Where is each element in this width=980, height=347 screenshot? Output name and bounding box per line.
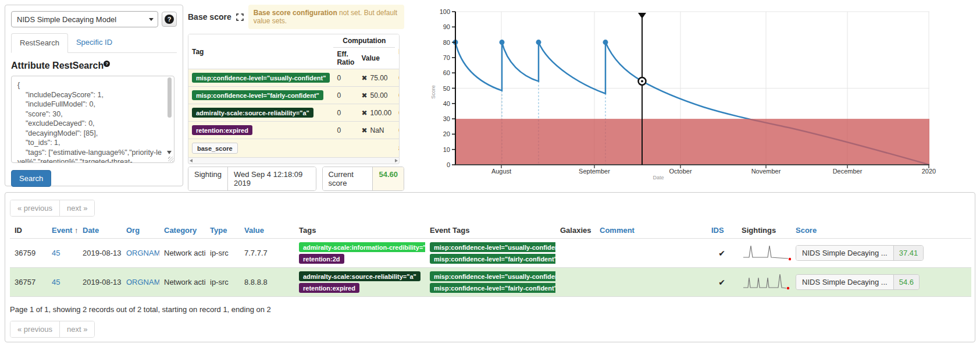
svg-text:100: 100 [440,8,450,15]
cursor-handle-icon [638,13,646,19]
tag-badge[interactable]: admiralty-scale:information-credibility=… [299,242,425,252]
col-id: ID [10,222,47,239]
decaying-model-select[interactable]: NIDS Simple Decaying Model [11,11,158,27]
decay-score-chart[interactable]: 100 90 80 70 60 50 40 30 20 10 0 August … [407,5,980,188]
base-score-title: Base score [188,12,231,22]
sighting-date: Wed Sep 4 12:18:09 2019 [227,167,316,190]
tag-numerical-value: 100.00 [370,109,392,117]
current-score-label: Current score [323,167,373,190]
scrollbar-down-arrow-icon[interactable] [167,151,172,154]
base-score-result: 80.00 [395,139,400,158]
base-score-total-row: base_score 80.00 [188,139,400,158]
col-date[interactable]: Date [78,222,122,239]
score-widget[interactable]: NIDS Simple Decaying ... 54.6 [796,274,920,290]
base-score-panel: Base score Base score configuration not … [188,5,404,186]
col-ids[interactable]: IDS [707,222,737,239]
next-page-button[interactable]: next » [59,321,94,337]
pagination-summary: Page 1 of 1, showing 2 records out of 2 … [10,305,970,314]
svg-text:September: September [579,168,610,175]
col-value[interactable]: Value [240,222,294,239]
attr-type: ip-src [205,239,240,268]
search-button[interactable]: Search [11,170,51,187]
org-link[interactable]: ORGNAME [126,249,159,257]
attr-type: ip-src [205,268,240,297]
col-org[interactable]: Org [122,222,159,239]
event-tag-badge[interactable]: misp:confidence-level="usually-confident… [430,271,555,281]
previous-page-button[interactable]: « previous [10,321,59,337]
col-category[interactable]: Category [159,222,205,239]
event-tag-badge[interactable]: misp:confidence-level="usually-confident… [430,242,555,252]
event-tag-badge[interactable]: misp:confidence-level="fairly-confident" [430,283,555,293]
col-event[interactable]: Event ↑ [47,222,78,239]
event-link[interactable]: 45 [52,249,60,257]
result-value: 0 [395,104,400,122]
score-model-name: NIDS Simple Decaying ... [796,275,893,289]
restsearch-query-textarea[interactable]: { "includeDecayScore": 1, "includeFullMo… [11,76,174,163]
attr-date: 2019-08-13 [78,239,122,268]
result-value: 0 [395,69,400,87]
col-galaxies: Galaxies [555,222,595,239]
base-score-badge: base_score [192,143,238,154]
sort-asc-icon: ↑ [74,226,78,235]
base-score-row: admiralty-scale:source-reliability="a" 0… [188,104,400,122]
pagination-top: « previous next » [10,200,95,217]
heading-help-icon[interactable]: ? [104,61,110,67]
textarea-resize-grip[interactable] [168,157,173,162]
current-score-info: Current score 54.60 [322,167,404,191]
attr-date: 2019-08-13 [78,268,122,297]
base-score-row: misp:confidence-level="usually-confident… [188,69,400,87]
tag-badge: misp:confidence-level="usually-confident… [192,73,330,83]
event-tag-badge[interactable]: misp:confidence-level="fairly-confident" [430,254,555,264]
sparkline-end-dot [789,258,791,260]
tag-badge: misp:confidence-level="fairly-confident" [192,90,323,100]
base-score-row: retention:expired 0 ✖NaN 0 [188,122,400,139]
svg-text:80: 80 [443,39,450,46]
score-widget[interactable]: NIDS Simple Decaying ... 37.41 [796,245,924,261]
sighting-dots [453,40,608,45]
textarea-scrollbar[interactable] [166,77,173,154]
tag-badge[interactable]: retention:expired [299,283,359,293]
next-page-button[interactable]: next » [59,200,94,216]
col-tags: Tags [294,222,425,239]
search-tabs: RestSearch Specific ID [11,33,177,53]
svg-text:October: October [669,168,692,175]
tab-restsearch[interactable]: RestSearch [11,33,68,53]
eff-ratio-value: 0 [333,87,358,104]
model-help-button[interactable]: ? [162,12,177,27]
scrollbar-thumb[interactable] [168,77,172,118]
x-tick-labels: August September October November Decemb… [491,168,936,175]
attr-comment [595,268,707,297]
tab-specific-id[interactable]: Specific ID [68,33,120,52]
col-sightings: Sightings [737,222,791,239]
event-link[interactable]: 45 [52,278,60,286]
attr-value: 7.7.7.7 [240,239,294,268]
svg-text:2020: 2020 [922,168,936,175]
multiply-icon: ✖ [361,91,367,100]
attributes-table: ID Event ↑ Date Org Category Type Value … [10,222,971,297]
base-score-table: Tag Computation Result Eff. Ratio Value … [188,34,400,158]
tag-badge[interactable]: retention:2d [299,254,344,264]
x-axis-label: Date [653,175,664,180]
decaying-model-selected: NIDS Simple Decaying Model [17,15,116,24]
tag-numerical-value: NaN [370,126,384,134]
svg-text:10: 10 [443,146,450,153]
attr-value: 8.8.8.8 [240,268,294,297]
previous-page-button[interactable]: « previous [10,200,59,216]
col-type[interactable]: Type [205,222,240,239]
org-link[interactable]: ORGNAME [126,278,159,286]
scroll-right-arrow-icon[interactable] [395,159,398,162]
scroll-left-arrow-icon[interactable] [190,159,193,162]
pagination-bottom: « previous next » [10,321,95,338]
col-score[interactable]: Score [791,222,971,239]
expand-icon[interactable] [236,13,244,21]
multiply-icon: ✖ [361,74,367,82]
svg-text:60: 60 [443,69,450,76]
tag-badge[interactable]: admiralty-scale:source-reliability="a" [299,271,420,281]
model-config-panel: NIDS Simple Decaying Model ? RestSearch … [5,5,183,186]
sparkline-end-dot [787,287,789,289]
sightings-sparkline [737,239,791,268]
col-comment[interactable]: Comment [595,222,707,239]
table-horizontal-scrollbar[interactable] [188,158,400,164]
multiply-icon: ✖ [361,109,367,117]
col-tag: Tag [188,34,333,69]
